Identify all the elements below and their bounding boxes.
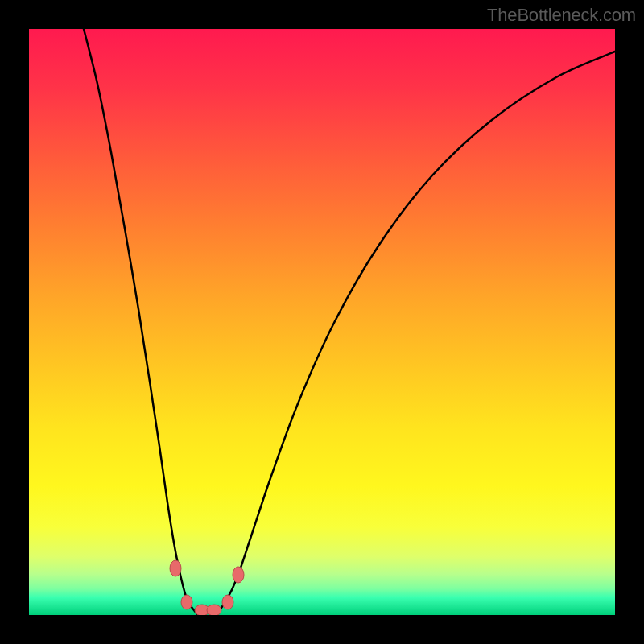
bottleneck-marker xyxy=(207,605,221,615)
bottleneck-marker xyxy=(222,595,233,609)
watermark-text: TheBottleneck.com xyxy=(487,5,636,26)
curves-svg xyxy=(29,29,615,615)
right-curve xyxy=(216,52,615,615)
bottleneck-marker xyxy=(181,595,192,609)
left-curve xyxy=(84,29,198,615)
bottleneck-marker xyxy=(170,560,181,576)
bottleneck-marker xyxy=(233,567,244,583)
plot-area xyxy=(29,29,615,615)
chart-frame: TheBottleneck.com xyxy=(0,0,644,644)
curve-group xyxy=(84,29,615,615)
